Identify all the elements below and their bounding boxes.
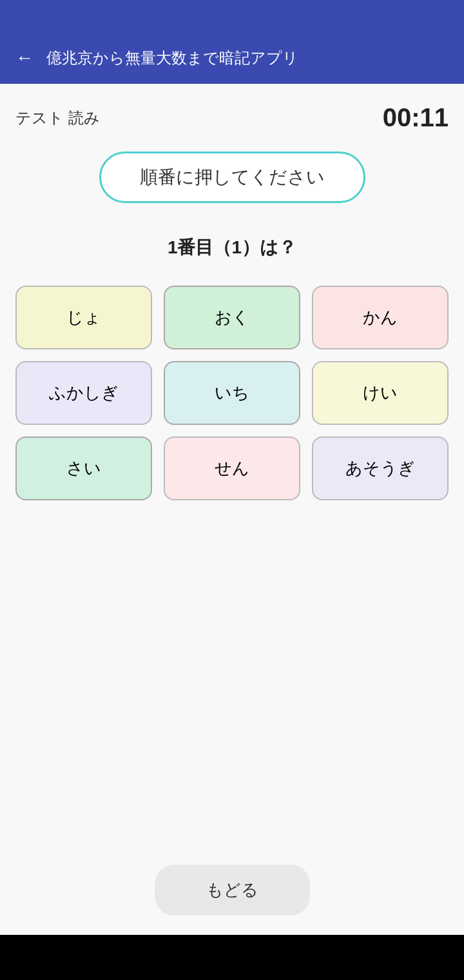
back-icon[interactable]: ← [15, 48, 34, 68]
answer-btn-2[interactable]: かん [312, 286, 449, 349]
answer-btn-8[interactable]: あそうぎ [312, 436, 449, 500]
test-label: テスト 読み [15, 108, 100, 128]
answer-grid: じょおくかんふかしぎいちけいさいせんあそうぎ [15, 286, 449, 500]
timer-display: 00:11 [383, 103, 449, 132]
bottom-bar [0, 935, 464, 980]
answer-btn-3[interactable]: ふかしぎ [15, 361, 152, 425]
app-header: ← 億兆京から無量大数まで暗記アプリ [0, 32, 464, 84]
answer-btn-1[interactable]: おく [164, 286, 300, 349]
answer-btn-4[interactable]: いち [164, 361, 300, 425]
answer-btn-0[interactable]: じょ [15, 286, 152, 349]
answer-btn-5[interactable]: けい [312, 361, 449, 425]
top-row: テスト 読み 00:11 [15, 103, 449, 132]
instruction-bubble: 順番に押してください [99, 152, 365, 203]
status-bar [0, 0, 464, 32]
back-button[interactable]: もどる [155, 865, 310, 916]
main-content: テスト 読み 00:11 順番に押してください 1番目（1）は？ じょおくかんふ… [0, 84, 464, 935]
answer-btn-7[interactable]: せん [164, 436, 300, 500]
app-title: 億兆京から無量大数まで暗記アプリ [46, 48, 298, 68]
question-text: 1番目（1）は？ [168, 235, 296, 260]
answer-btn-6[interactable]: さい [15, 436, 152, 500]
